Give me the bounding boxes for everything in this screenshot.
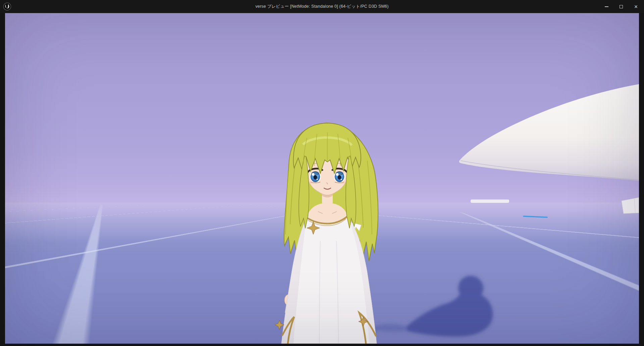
- white-platform: [459, 84, 639, 181]
- close-icon: ×: [634, 4, 638, 10]
- maximize-button[interactable]: [614, 0, 629, 13]
- white-box: [622, 197, 639, 214]
- minimize-button[interactable]: [599, 0, 614, 13]
- unreal-logo-svg: [3, 2, 11, 11]
- character: [275, 123, 378, 344]
- close-button[interactable]: ×: [629, 0, 643, 13]
- distant-platform-edge: [471, 199, 509, 203]
- unreal-logo-icon[interactable]: [3, 2, 11, 11]
- blue-marker: [524, 216, 547, 217]
- window-title: verse プレビュー [NetMode: Standalone 0] (64-…: [67, 0, 577, 13]
- minimize-icon: [605, 6, 608, 7]
- maximize-icon: [620, 5, 623, 8]
- game-viewport[interactable]: [5, 13, 639, 344]
- titlebar[interactable]: verse プレビュー [NetMode: Standalone 0] (64-…: [0, 0, 644, 13]
- window-controls: ×: [599, 0, 643, 13]
- scene-3d: [5, 13, 639, 344]
- pie-preview-window: verse プレビュー [NetMode: Standalone 0] (64-…: [0, 0, 644, 346]
